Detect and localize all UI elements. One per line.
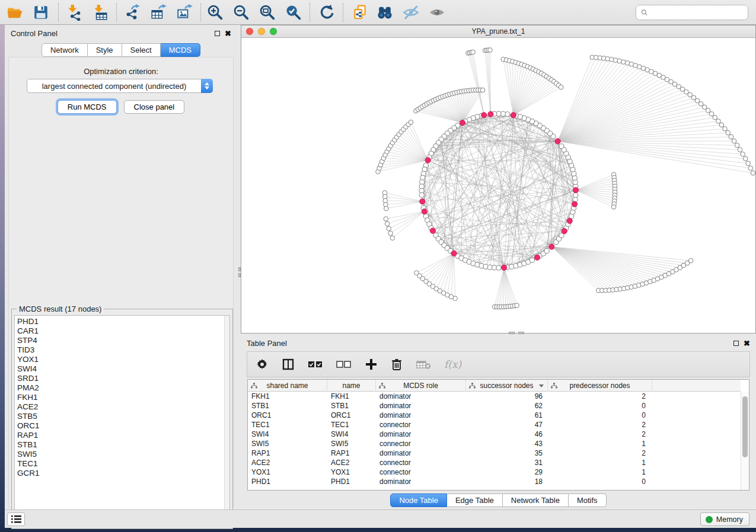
save-session-icon[interactable] <box>31 4 51 21</box>
table-cell[interactable]: 62 <box>466 401 548 411</box>
table-row[interactable]: ACE2ACE2connector311 <box>248 458 741 467</box>
select-all-rows-icon[interactable] <box>308 355 323 373</box>
zoom-selected-icon[interactable] <box>283 4 304 21</box>
mcds-result-item[interactable]: ACE2 <box>17 402 224 412</box>
table-row[interactable]: YOX1YOX1connector291 <box>248 467 741 477</box>
tab-mcds[interactable]: MCDS <box>161 43 200 57</box>
table-cell[interactable]: YOX1 <box>248 467 327 477</box>
table-cell[interactable]: ORC1 <box>327 411 376 420</box>
table-cell[interactable]: 43 <box>466 439 548 448</box>
table-cell[interactable]: 1 <box>548 458 652 467</box>
column-header-mcds-role[interactable]: MCDS role <box>376 380 466 392</box>
table-cell[interactable]: STB1 <box>327 401 376 411</box>
tab-motifs[interactable]: Motifs <box>569 493 607 507</box>
mcds-result-item[interactable]: TEC1 <box>17 459 224 469</box>
table-cell[interactable]: ACE2 <box>248 458 327 467</box>
create-column-icon[interactable] <box>365 355 378 373</box>
table-row[interactable]: ORC1ORC1dominator610 <box>248 411 741 420</box>
table-cell[interactable]: PHD1 <box>327 477 376 486</box>
mcds-result-item[interactable]: PMA2 <box>17 383 224 393</box>
run-mcds-button[interactable]: Run MCDS <box>58 100 117 114</box>
tab-network[interactable]: Network <box>42 43 88 57</box>
table-cell[interactable]: 96 <box>466 392 548 401</box>
mcds-result-item[interactable]: SRD1 <box>17 374 224 383</box>
mcds-result-item[interactable]: YOX1 <box>17 355 224 364</box>
table-row[interactable]: TEC1TEC1connector472 <box>248 420 741 430</box>
table-cell[interactable]: 47 <box>466 420 548 430</box>
table-cell[interactable]: SWI4 <box>248 430 327 439</box>
table-cell[interactable]: dominator <box>376 477 466 486</box>
mcds-result-list[interactable]: PHD1CAR1STP4TID3YOX1SWI4SRD1PMA2FKH1ACE2… <box>14 315 230 526</box>
table-cell[interactable]: 0 <box>548 477 652 486</box>
table-row[interactable]: RAP1RAP1dominator352 <box>248 448 741 458</box>
copy-network-style-icon[interactable] <box>350 4 370 21</box>
table-cell[interactable]: 31 <box>466 458 548 467</box>
tab-select[interactable]: Select <box>122 43 161 57</box>
table-cell[interactable]: 2 <box>548 448 652 458</box>
tab-node-table[interactable]: Node Table <box>390 493 447 507</box>
table-cell[interactable]: 0 <box>548 411 652 420</box>
tab-style[interactable]: Style <box>88 43 122 57</box>
open-folder-icon[interactable] <box>5 4 25 21</box>
zoom-fit-icon[interactable] <box>257 4 277 21</box>
table-cell[interactable]: 1 <box>548 467 652 477</box>
table-scrollbar-thumb[interactable] <box>742 396 748 457</box>
table-row[interactable]: PHD1PHD1dominator180 <box>248 477 741 486</box>
table-cell[interactable]: connector <box>376 439 466 448</box>
mcds-result-item[interactable]: FKH1 <box>17 393 224 402</box>
table-row[interactable]: SWI4SWI4dominator462 <box>248 430 741 439</box>
vertical-splitter-grip[interactable] <box>238 267 241 283</box>
delete-column-icon[interactable] <box>391 355 403 373</box>
table-settings-gear-icon[interactable] <box>256 355 269 373</box>
search-network-icon[interactable] <box>375 4 395 21</box>
table-cell[interactable]: SWI5 <box>248 439 327 448</box>
table-cell[interactable]: dominator <box>376 448 466 458</box>
tab-network-table[interactable]: Network Table <box>503 493 569 507</box>
table-cell[interactable]: 29 <box>466 467 548 477</box>
search-input[interactable] <box>651 8 743 17</box>
optimization-criterion-select[interactable]: largest connected component (undirected) <box>27 79 213 93</box>
horizontal-splitter-grip[interactable] <box>509 332 524 334</box>
table-cell[interactable]: SWI5 <box>327 439 376 448</box>
export-table-icon[interactable] <box>148 4 168 21</box>
mcds-result-item[interactable]: ORC1 <box>17 421 224 431</box>
mcds-result-item[interactable]: RAP1 <box>17 431 224 440</box>
table-cell[interactable]: TEC1 <box>248 420 327 430</box>
network-canvas[interactable] <box>241 38 755 333</box>
mcds-result-item[interactable]: GCR1 <box>17 469 224 478</box>
table-cell[interactable]: 2 <box>548 430 652 439</box>
export-network-icon[interactable] <box>122 4 142 21</box>
import-table-icon[interactable] <box>90 4 110 21</box>
close-panel-icon[interactable]: ✖ <box>744 341 750 346</box>
table-cell[interactable]: 46 <box>466 430 548 439</box>
table-cell[interactable]: STB1 <box>248 401 327 411</box>
table-row[interactable]: SWI5SWI5connector431 <box>248 439 741 448</box>
table-cell[interactable]: connector <box>376 467 466 477</box>
table-cell[interactable]: 35 <box>466 448 548 458</box>
table-cell[interactable]: FKH1 <box>248 392 327 401</box>
table-cell[interactable]: PHD1 <box>248 477 327 486</box>
show-panels-list-icon[interactable] <box>7 512 25 526</box>
table-cell[interactable]: 61 <box>466 411 548 420</box>
tab-edge-table[interactable]: Edge Table <box>447 493 503 507</box>
table-cell[interactable]: 2 <box>548 392 652 401</box>
column-header-shared-name[interactable]: shared name <box>248 380 327 392</box>
float-panel-icon[interactable] <box>215 31 220 36</box>
network-window-titlebar[interactable]: YPA_prune.txt_1 <box>241 25 755 38</box>
refresh-icon[interactable] <box>317 4 337 21</box>
float-panel-icon[interactable] <box>733 341 739 346</box>
mcds-result-item[interactable]: STP4 <box>17 336 224 345</box>
deselect-all-rows-icon[interactable] <box>336 355 352 373</box>
zoom-in-icon[interactable] <box>205 4 225 21</box>
mcds-result-item[interactable]: CAR1 <box>17 326 224 336</box>
table-cell[interactable]: YOX1 <box>327 467 376 477</box>
table-cell[interactable]: ORC1 <box>248 411 327 420</box>
table-cell[interactable]: ACE2 <box>327 458 376 467</box>
column-header-successor-nodes[interactable]: successor nodes <box>466 380 548 392</box>
result-list-scrollbar[interactable] <box>224 316 229 525</box>
table-cell[interactable]: dominator <box>376 401 466 411</box>
mcds-result-item[interactable]: STB5 <box>17 412 224 421</box>
close-panel-icon[interactable]: ✖ <box>225 31 231 36</box>
table-cell[interactable]: RAP1 <box>327 448 376 458</box>
close-panel-button[interactable]: Close panel <box>124 100 185 114</box>
